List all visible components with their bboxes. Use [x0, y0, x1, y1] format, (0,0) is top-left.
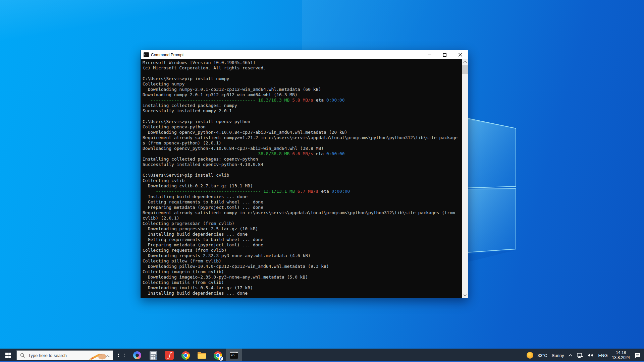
- terminal-line: Downloading imageio-2.35.0-py3-none-any.…: [143, 275, 462, 280]
- command-prompt-icon: C:\_: [230, 352, 238, 359]
- desktop: C:\ Command Prompt Microsoft Windows [Ve…: [0, 0, 644, 362]
- clock[interactable]: 14:18 13.8.2024: [612, 350, 630, 360]
- terminal-line: [143, 114, 462, 119]
- terminal-line: Preparing metadata (pyproject.toml) ... …: [143, 205, 462, 210]
- scroll-down-button[interactable]: [462, 292, 468, 298]
- scrollbar-thumb[interactable]: [462, 65, 468, 74]
- terminal-line: ----------------------------------------…: [143, 189, 462, 194]
- terminal-line: Installing build dependencies ... done: [143, 194, 462, 199]
- terminal-line: Collecting requests (from cvlib): [143, 248, 462, 253]
- taskbar-item-copilot[interactable]: [129, 349, 145, 362]
- search-placeholder: Type here to search: [28, 353, 67, 358]
- terminal-line: s (from opencv-python) (2.0.1): [143, 140, 462, 146]
- minimize-button[interactable]: [422, 50, 437, 59]
- terminal-line: Downloading cvlib-0.2.7.tar.gz (13.1 MB): [143, 183, 462, 189]
- chevron-up-icon: [568, 354, 573, 357]
- terminal-line: Successfully installed numpy-2.0.1: [143, 108, 462, 114]
- terminal-line: Microsoft Windows [Version 10.0.19045.46…: [143, 60, 462, 65]
- window-title: Command Prompt: [151, 53, 183, 57]
- file-explorer-icon: [197, 352, 206, 359]
- taskbar-item-command-prompt[interactable]: C:\_: [226, 349, 242, 362]
- terminal-line: Downloading opencv_python-4.10.0.84-cp37…: [143, 130, 462, 135]
- terminal-line: Downloading numpy-2.0.1-cp312-cp312-win_…: [143, 87, 462, 92]
- search-input[interactable]: Type here to search: [16, 350, 113, 360]
- terminal-line: (c) Microsoft Corporation. All rights re…: [143, 65, 462, 71]
- close-icon: [459, 53, 462, 57]
- taskbar-item-f-app[interactable]: ƒ: [161, 349, 177, 362]
- svg-text:C:\_: C:\_: [231, 354, 236, 356]
- command-prompt-window: C:\ Command Prompt Microsoft Windows [Ve…: [141, 50, 468, 298]
- weather-temperature[interactable]: 33°C: [538, 353, 547, 358]
- terminal-line: Installing build dependencies ... done: [143, 291, 462, 296]
- speaker-icon: [588, 353, 594, 358]
- close-button[interactable]: [452, 50, 468, 59]
- window-titlebar[interactable]: C:\ Command Prompt: [141, 50, 468, 59]
- language-indicator[interactable]: ENG: [598, 353, 607, 358]
- start-button[interactable]: [0, 349, 16, 362]
- f-app-icon: ƒ: [165, 351, 174, 360]
- terminal-line: Successfully installed opencv-python-4.1…: [143, 162, 462, 167]
- terminal-scrollbar[interactable]: [462, 59, 468, 298]
- clock-date: 13.8.2024: [612, 355, 630, 360]
- terminal-line: Getting requirements to build wheel ... …: [143, 237, 462, 242]
- terminal-line: ----------------------------------------…: [143, 98, 462, 103]
- network-button[interactable]: [577, 353, 583, 358]
- maximize-button[interactable]: [437, 50, 452, 59]
- terminal-line: Collecting progressbar (from cvlib): [143, 221, 462, 226]
- chevron-up-icon: [464, 61, 467, 64]
- taskbar-item-chrome-profile[interactable]: [210, 349, 226, 362]
- terminal-line: Getting requirements to build wheel ... …: [143, 199, 462, 205]
- terminal-line: ----------------------------------------…: [143, 151, 462, 157]
- terminal-line: Collecting cvlib: [143, 178, 462, 183]
- terminal-line: Downloading numpy-2.0.1-cp312-cp312-win_…: [143, 92, 462, 98]
- terminal-line: Collecting opencv-python: [143, 124, 462, 130]
- taskbar: Type here to search: [0, 349, 644, 362]
- weather-sun-icon[interactable]: [527, 352, 533, 359]
- chrome-icon: [181, 351, 190, 360]
- profile-badge-icon: [219, 356, 223, 361]
- svg-text:C:\: C:\: [144, 53, 148, 55]
- terminal-line: Downloading opencv_python-4.10.0.84-cp37…: [143, 146, 462, 151]
- minimize-icon: [428, 55, 431, 55]
- action-center-button[interactable]: [634, 353, 641, 358]
- tray-overflow-button[interactable]: [568, 354, 573, 357]
- clock-time: 14:18: [612, 350, 630, 355]
- terminal-line: Collecting imutils (from cvlib): [143, 280, 462, 285]
- terminal-line: Installing collected packages: opencv-py…: [143, 157, 462, 162]
- terminal-line: Downloading pillow-10.4.0-cp312-cp312-wi…: [143, 264, 462, 269]
- chevron-down-icon: [464, 293, 467, 296]
- search-icon: [20, 353, 25, 358]
- terminal-line: Requirement already satisfied: numpy>=1.…: [143, 135, 462, 140]
- taskbar-item-calculator[interactable]: [145, 349, 161, 362]
- taskbar-item-chrome[interactable]: [177, 349, 194, 362]
- terminal-line: Downloading imutils-0.5.4.tar.gz (17 kB): [143, 285, 462, 291]
- scroll-up-button[interactable]: [462, 59, 468, 65]
- terminal-line: C:\Users\Servis>pip install numpy: [143, 76, 462, 81]
- windows-logo-icon: [5, 353, 11, 358]
- copilot-icon: [133, 351, 141, 359]
- terminal-output[interactable]: Microsoft Windows [Version 10.0.19045.46…: [141, 59, 468, 298]
- task-view-icon: [118, 353, 124, 358]
- taskbar-item-file-explorer[interactable]: [194, 349, 210, 362]
- terminal-line: Collecting pillow (from cvlib): [143, 258, 462, 264]
- maximize-icon: [443, 53, 446, 57]
- command-prompt-icon: C:\: [144, 52, 149, 57]
- search-doodle-hand-pencil: [88, 351, 112, 360]
- volume-button[interactable]: [588, 353, 594, 358]
- terminal-line: Preparing metadata (pyproject.toml) ... …: [143, 242, 462, 248]
- terminal-line: C:\Users\Servis>pip install cvlib: [143, 173, 462, 178]
- terminal-line: C:\Users\Servis>pip install opencv-pytho…: [143, 119, 462, 124]
- terminal-line: Downloading requests-2.32.3-py3-none-any…: [143, 253, 462, 258]
- window-controls: [422, 50, 468, 59]
- calculator-icon: [149, 351, 157, 360]
- terminal-line: Requirement already satisfied: numpy in …: [143, 210, 462, 216]
- terminal-line: Downloading progressbar-2.5.tar.gz (10 k…: [143, 226, 462, 232]
- system-tray: 33°C Sunny ENG 14:18 1: [527, 350, 644, 360]
- task-view-button[interactable]: [113, 349, 129, 362]
- terminal-line: cvlib) (2.0.1): [143, 216, 462, 221]
- terminal-line: Collecting numpy: [143, 81, 462, 87]
- terminal-text: Microsoft Windows [Version 10.0.19045.46…: [143, 60, 462, 298]
- weather-condition[interactable]: Sunny: [552, 353, 564, 358]
- terminal-line: Installing collected packages: numpy: [143, 103, 462, 108]
- terminal-line: [143, 167, 462, 173]
